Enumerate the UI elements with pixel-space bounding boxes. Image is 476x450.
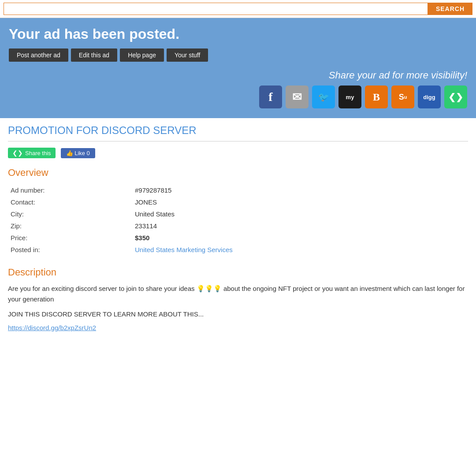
posted-in-value: United States Marketing Services [133, 244, 467, 255]
zip-value: 233114 [133, 220, 467, 231]
search-input[interactable] [4, 3, 428, 15]
price-label: Price: [9, 232, 132, 243]
posted-in-label: Posted in: [9, 244, 132, 255]
share-icons: f ✉ 🐦 my B Su digg ❮❯ [259, 86, 467, 108]
table-row: Zip: 233114 [9, 220, 467, 231]
blogger-share-icon[interactable]: B [365, 86, 388, 108]
description-heading: Description [8, 267, 468, 278]
twitter-share-icon[interactable]: 🐦 [312, 86, 335, 108]
help-page-button[interactable]: Help page [120, 48, 164, 62]
search-bar: SEARCH [0, 0, 476, 18]
share-like-row: ❮❯ Share this 👍 Like 0 [8, 148, 468, 158]
table-row: Ad number: #979287815 [9, 185, 467, 196]
table-row: Posted in: United States Marketing Servi… [9, 244, 467, 255]
ad-title: PROMOTION FOR DISCORD SERVER [8, 124, 468, 141]
posted-in-link[interactable]: United States Marketing Services [135, 246, 233, 253]
city-value: United States [133, 208, 467, 219]
table-row: City: United States [9, 208, 467, 219]
overview-heading: Overview [8, 167, 468, 179]
your-stuff-button[interactable]: Your stuff [167, 48, 208, 62]
post-another-ad-button[interactable]: Post another ad [9, 48, 68, 62]
overview-table: Ad number: #979287815 Contact: JONES Cit… [8, 184, 468, 256]
table-row: Contact: JONES [9, 197, 467, 208]
zip-label: Zip: [9, 220, 132, 231]
sharethis-share-icon[interactable]: ❮❯ [444, 86, 467, 108]
discord-link[interactable]: https://discord.gg/b2xpZsrUn2 [8, 324, 96, 331]
share-this-button[interactable]: ❮❯ Share this [8, 148, 56, 158]
edit-this-ad-button[interactable]: Edit this ad [71, 48, 117, 62]
banner-buttons: Post another ad Edit this ad Help page Y… [9, 48, 467, 62]
ad-number-label: Ad number: [9, 185, 132, 196]
description-extra: JOIN THIS DISCORD SERVER TO LEARN MORE A… [8, 309, 468, 320]
city-label: City: [9, 208, 132, 219]
description-text: Are you for an exciting discord server t… [8, 283, 468, 305]
facebook-share-icon[interactable]: f [259, 86, 282, 108]
ad-number-value: #979287815 [133, 185, 467, 196]
like-label: 👍 Like 0 [66, 150, 90, 156]
digg-share-icon[interactable]: digg [418, 86, 441, 108]
price-value: $350 [133, 232, 467, 243]
share-this-label: Share this [25, 150, 51, 156]
share-section: Share your ad for more visibility! f ✉ 🐦… [9, 70, 467, 108]
share-title: Share your ad for more visibility! [329, 70, 467, 81]
banner-title: Your ad has been posted. [9, 26, 467, 42]
contact-value: JONES [133, 197, 467, 208]
sharethis-small-icon: ❮❯ [12, 149, 23, 156]
myspace-share-icon[interactable]: my [338, 86, 361, 108]
table-row: Price: $350 [9, 232, 467, 243]
description-section: Description Are you for an exciting disc… [8, 267, 468, 331]
contact-label: Contact: [9, 197, 132, 208]
main-content: PROMOTION FOR DISCORD SERVER ❮❯ Share th… [0, 118, 476, 338]
banner: Your ad has been posted. Post another ad… [0, 18, 476, 118]
email-share-icon[interactable]: ✉ [286, 86, 309, 108]
search-button[interactable]: SEARCH [428, 3, 472, 15]
stumbleupon-share-icon[interactable]: Su [391, 86, 414, 108]
like-button[interactable]: 👍 Like 0 [61, 148, 95, 158]
